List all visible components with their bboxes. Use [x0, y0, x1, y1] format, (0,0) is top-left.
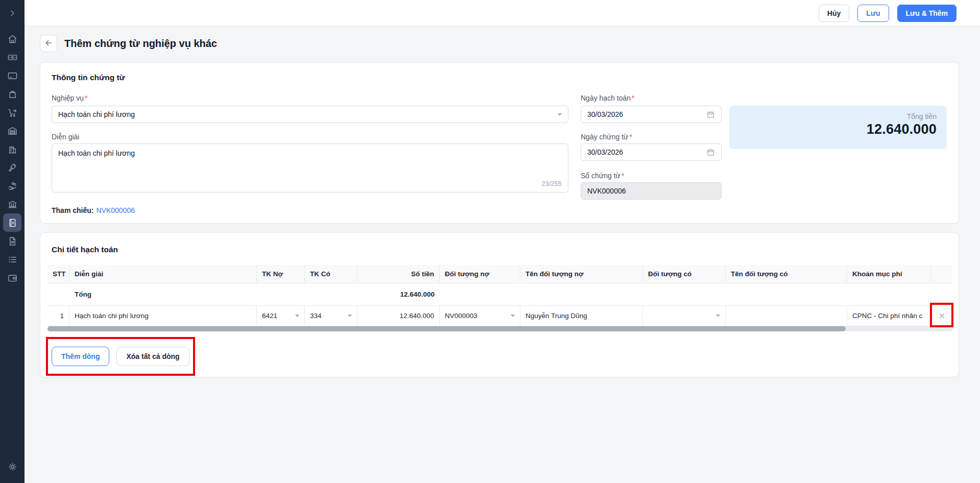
home-icon — [7, 34, 18, 44]
sidebar-item-settings[interactable] — [3, 457, 21, 476]
col-header-dien-giai: Diễn giải — [69, 265, 257, 283]
ngay-hach-toan-value: 30/03/2026 — [587, 110, 623, 118]
nghiep-vu-select[interactable]: Hạch toán chi phí lương — [52, 106, 568, 123]
arrow-left-icon — [44, 38, 53, 49]
sidebar: $ — [0, 0, 25, 483]
col-header-khoan-muc-phi: Khoản mục phí — [847, 265, 931, 283]
horizontal-scrollbar-thumb[interactable] — [47, 326, 846, 331]
nghiep-vu-value: Hạch toán chi phí lương — [58, 110, 135, 118]
sidebar-item-list[interactable] — [3, 250, 21, 269]
sidebar-nav: $ — [3, 30, 21, 287]
table-actions: Thêm dòng Xóa tất cả dòng — [52, 347, 189, 366]
nghiep-vu-label: Nghiệp vụ* — [52, 94, 88, 102]
save-and-add-button[interactable]: Lưu & Thêm — [897, 5, 957, 22]
reference-link[interactable]: NVK000006 — [96, 206, 135, 214]
save-button[interactable]: Lưu — [857, 5, 889, 22]
chevron-down-icon — [295, 315, 299, 317]
sidebar-item-credit-card[interactable] — [3, 66, 21, 85]
chevron-down-icon — [348, 315, 352, 317]
document-info-heading: Thông tin chứng từ — [52, 73, 125, 82]
document-icon — [7, 236, 18, 247]
col-header-ten-doi-tuong-no: Tên đối tượng nợ — [520, 265, 643, 283]
main-content: Thêm chứng từ nghiệp vụ khác Thông tin c… — [25, 27, 980, 483]
row-dien-giai-input[interactable]: Hạch toán chi phí lương — [69, 306, 257, 326]
total-amount-value: 12.640.000 — [739, 122, 937, 137]
accounting-detail-card: Chi tiết hạch toán STT Diễn giải TK Nợ T… — [40, 232, 959, 377]
col-header-so-tien: Số tiền — [357, 265, 440, 283]
so-chung-tu-input: NVK000006 — [581, 182, 722, 200]
row-so-tien-input[interactable]: 12.640.000 — [357, 306, 440, 326]
col-header-tk-co: TK Có — [305, 265, 357, 283]
sidebar-item-wallet[interactable] — [3, 269, 21, 287]
row-ten-doi-tuong-no: Nguyễn Trung Dũng — [520, 306, 643, 326]
office-building-icon — [7, 144, 18, 155]
topbar: Hủy Lưu Lưu & Thêm — [25, 0, 980, 27]
chevron-down-icon — [716, 315, 720, 317]
delete-row-button[interactable] — [936, 306, 947, 326]
detail-table: STT Diễn giải TK Nợ TK Có Số tiền Đối tư… — [47, 265, 952, 326]
table-total-row: Tổng 12.640.000 — [47, 283, 952, 306]
cash-book-icon: $ — [7, 218, 18, 228]
sidebar-item-office-building[interactable] — [3, 140, 21, 158]
document-info-card: Thông tin chứng từ Nghiệp vụ* Hạch toán … — [40, 62, 959, 224]
add-row-button[interactable]: Thêm dòng — [52, 347, 109, 366]
row-doi-tuong-co-select[interactable] — [643, 306, 726, 326]
sidebar-item-tools[interactable] — [3, 158, 21, 177]
sidebar-item-document[interactable] — [3, 232, 21, 250]
sidebar-item-cash-book[interactable]: $ — [3, 213, 21, 232]
required-mark: * — [622, 172, 624, 180]
col-header-actions — [931, 265, 952, 283]
row-tk-co-select[interactable]: 334 — [305, 306, 357, 326]
sidebar-item-warehouse[interactable] — [3, 122, 21, 140]
ngay-chung-tu-input[interactable]: 30/03/2026 — [581, 143, 722, 161]
total-row-label: Tổng — [69, 283, 257, 305]
reference-label: Tham chiếu: — [52, 206, 93, 214]
total-amount-label: Tổng tiền — [739, 112, 937, 120]
row-khoan-muc-phi-select[interactable]: CPNC - Chi phí nhân c — [847, 306, 931, 326]
required-mark: * — [632, 94, 634, 102]
dien-giai-textarea[interactable]: Hạch toán chi phí lương 23/255 — [52, 143, 568, 192]
sidebar-item-home[interactable] — [3, 30, 21, 48]
accounting-detail-heading: Chi tiết hạch toán — [52, 245, 118, 254]
row-actions — [931, 306, 952, 326]
sidebar-item-banknote[interactable] — [3, 48, 21, 66]
ngay-hach-toan-label: Ngày hạch toán* — [581, 94, 635, 102]
svg-text:$: $ — [12, 220, 14, 225]
sidebar-expand-button[interactable] — [0, 0, 25, 27]
shopping-cart-icon — [7, 107, 18, 118]
bank-icon — [7, 199, 18, 210]
col-header-stt: STT — [47, 265, 69, 283]
row-ten-doi-tuong-co — [726, 306, 847, 326]
warehouse-icon — [7, 126, 18, 136]
delete-all-rows-button[interactable]: Xóa tất cả dòng — [116, 347, 189, 366]
row-doi-tuong-no-value: NV000003 — [445, 312, 477, 320]
table-row: 1 Hạch toán chi phí lương 6421 334 12.64… — [47, 306, 952, 326]
ngay-chung-tu-value: 30/03/2026 — [587, 148, 623, 156]
page-title: Thêm chứng từ nghiệp vụ khác — [64, 38, 217, 50]
row-stt: 1 — [47, 306, 69, 326]
col-header-doi-tuong-co: Đối tượng có — [643, 265, 726, 283]
sidebar-item-bank[interactable] — [3, 195, 21, 213]
row-doi-tuong-no-select[interactable]: NV000003 — [440, 306, 520, 326]
total-amount-box: Tổng tiền 12.640.000 — [729, 106, 947, 149]
required-mark: * — [85, 94, 87, 102]
required-mark: * — [629, 133, 632, 141]
row-tk-no-select[interactable]: 6421 — [257, 306, 305, 326]
char-counter: 23/255 — [541, 179, 562, 188]
sidebar-item-shopping-cart[interactable] — [3, 103, 21, 122]
sidebar-item-hand-coins[interactable] — [3, 177, 21, 195]
credit-card-icon — [7, 70, 18, 81]
dien-giai-value: Hạch toán chi phí lương — [58, 149, 135, 157]
wallet-icon — [7, 273, 18, 283]
so-chung-tu-value: NVK000006 — [587, 187, 626, 195]
shopping-bag-icon — [7, 89, 18, 100]
row-tk-co-value: 334 — [310, 312, 322, 320]
page-header: Thêm chứng từ nghiệp vụ khác — [40, 35, 217, 52]
back-button[interactable] — [40, 35, 57, 52]
horizontal-scrollbar-track[interactable] — [47, 326, 952, 331]
col-header-ten-doi-tuong-co: Tên đối tượng có — [726, 265, 847, 283]
cancel-button[interactable]: Hủy — [819, 5, 849, 22]
ngay-hach-toan-input[interactable]: 30/03/2026 — [581, 106, 722, 123]
sidebar-item-shopping-bag[interactable] — [3, 85, 21, 103]
hand-coins-icon — [7, 181, 18, 191]
